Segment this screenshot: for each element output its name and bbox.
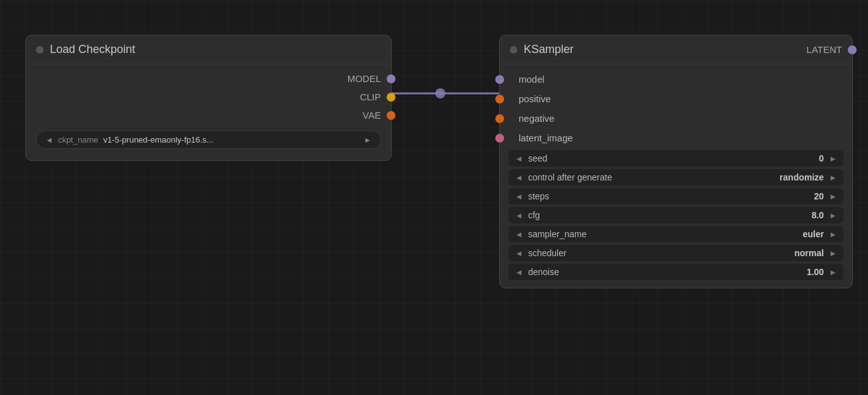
clip-port-label: CLIP <box>360 91 381 102</box>
seed-arrow-left[interactable]: ◄ <box>515 154 523 163</box>
cfg-param-row: ◄ cfg 8.0 ► <box>509 207 843 223</box>
ckpt-selector[interactable]: ◄ ckpt_name v1-5-pruned-emaonly-fp16.s..… <box>36 131 381 149</box>
latent-port-label: LATENT <box>807 44 842 55</box>
sampler-value: euler <box>803 229 824 239</box>
cfg-label: cfg <box>528 210 807 220</box>
load-checkpoint-node: Load Checkpoint MODEL CLIP VAE ◄ ckpt_na… <box>25 35 392 161</box>
denoise-param-row: ◄ denoise 1.00 ► <box>509 264 843 280</box>
seed-param-row: ◄ seed 0 ► <box>509 150 843 167</box>
ckpt-name-label: ckpt_name <box>58 135 99 144</box>
seed-arrow-right[interactable]: ► <box>829 154 837 163</box>
ksampler-status <box>510 46 517 54</box>
ckpt-arrow-right[interactable]: ► <box>364 136 371 144</box>
steps-arrow-left[interactable]: ◄ <box>515 192 523 201</box>
ksampler-header: KSampler LATENT <box>500 35 852 64</box>
ckpt-selector-row: ◄ ckpt_name v1-5-pruned-emaonly-fp16.s..… <box>26 124 391 155</box>
load-checkpoint-body: MODEL CLIP VAE ◄ ckpt_name v1-5-pruned-e… <box>26 64 391 160</box>
load-checkpoint-status <box>36 46 44 54</box>
scheduler-arrow-left[interactable]: ◄ <box>515 249 523 258</box>
positive-input-label: positive <box>519 93 551 104</box>
scheduler-param-row: ◄ scheduler normal ► <box>509 245 843 261</box>
control-arrow-left[interactable]: ◄ <box>515 173 523 182</box>
load-checkpoint-title: Load Checkpoint <box>50 43 135 56</box>
latent-image-input-dot[interactable] <box>495 134 504 143</box>
denoise-value: 1.00 <box>807 267 824 277</box>
steps-param-row: ◄ steps 20 ► <box>509 188 843 204</box>
ckpt-value: v1-5-pruned-emaonly-fp16.s... <box>103 135 359 144</box>
sampler-arrow-right[interactable]: ► <box>829 230 837 239</box>
steps-value: 20 <box>814 191 824 201</box>
latent-image-input-row: latent_image <box>500 128 852 148</box>
steps-arrow-right[interactable]: ► <box>829 192 837 201</box>
ksampler-body: model positive negative latent_image ◄ s… <box>500 64 852 288</box>
scheduler-arrow-right[interactable]: ► <box>829 249 837 258</box>
model-output-dot[interactable] <box>387 74 395 83</box>
negative-input-row: negative <box>500 109 852 128</box>
seed-label: seed <box>528 153 814 163</box>
vae-port-label: VAE <box>363 110 381 121</box>
latent-output-dot[interactable] <box>848 45 857 54</box>
model-input-row: model <box>500 69 852 89</box>
model-input-dot[interactable] <box>495 75 504 84</box>
denoise-arrow-right[interactable]: ► <box>829 268 837 277</box>
positive-input-row: positive <box>500 89 852 109</box>
seed-value: 0 <box>819 153 824 163</box>
model-port-row: MODEL <box>26 69 391 88</box>
control-value: randomize <box>780 172 824 182</box>
positive-input-dot[interactable] <box>495 95 504 103</box>
model-port-label: MODEL <box>347 73 381 84</box>
cfg-arrow-left[interactable]: ◄ <box>515 211 523 220</box>
clip-port-row: CLIP <box>26 88 391 106</box>
steps-label: steps <box>528 191 809 201</box>
ckpt-arrow-left[interactable]: ◄ <box>45 136 53 144</box>
model-input-label: model <box>519 74 545 85</box>
svg-point-0 <box>435 88 445 98</box>
denoise-arrow-left[interactable]: ◄ <box>515 268 523 277</box>
scheduler-value: normal <box>794 248 824 258</box>
clip-output-dot[interactable] <box>387 93 395 102</box>
negative-input-dot[interactable] <box>495 114 504 123</box>
vae-port-row: VAE <box>26 106 391 124</box>
cfg-arrow-right[interactable]: ► <box>829 211 837 220</box>
denoise-label: denoise <box>528 267 802 277</box>
control-after-generate-param-row: ◄ control after generate randomize ► <box>509 169 843 186</box>
latent-output-row: LATENT <box>807 44 842 55</box>
vae-output-dot[interactable] <box>387 111 395 120</box>
latent-image-input-label: latent_image <box>519 133 573 143</box>
load-checkpoint-header: Load Checkpoint <box>26 35 391 64</box>
ksampler-title: KSampler <box>524 43 574 56</box>
negative-input-label: negative <box>519 113 555 124</box>
control-arrow-right[interactable]: ► <box>829 173 837 182</box>
cfg-value: 8.0 <box>812 210 824 220</box>
sampler-name-param-row: ◄ sampler_name euler ► <box>509 226 843 242</box>
scheduler-label: scheduler <box>528 248 790 258</box>
sampler-arrow-left[interactable]: ◄ <box>515 230 523 239</box>
ksampler-node: KSampler LATENT model positive negative … <box>499 35 853 288</box>
sampler-label: sampler_name <box>528 229 798 239</box>
control-label: control after generate <box>528 172 775 182</box>
